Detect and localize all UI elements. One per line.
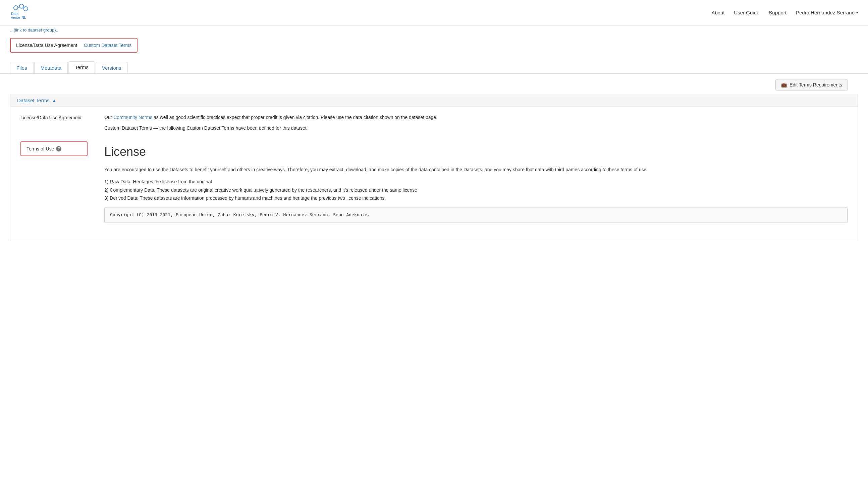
alert-label: License/Data Use Agreement xyxy=(16,42,77,48)
license-list: 1) Raw Data: Heritages the license from … xyxy=(104,178,848,203)
logo-icon: Data verse NL xyxy=(10,3,34,22)
section-title: Dataset Terms xyxy=(17,97,49,103)
svg-line-4 xyxy=(23,7,24,7)
section-body: License/Data Use Agreement Our Community… xyxy=(10,107,858,241)
svg-point-2 xyxy=(23,7,27,11)
copyright-box: Copyright (C) 2019-2021, European Union,… xyxy=(104,207,848,223)
user-name: Pedro Hernández Serrano xyxy=(796,10,854,15)
edit-terms-label: Edit Terms Requirements xyxy=(790,82,842,88)
nav-support[interactable]: Support xyxy=(769,10,787,15)
breadcrumb-link[interactable]: ...(link to dataset group)... xyxy=(10,27,59,33)
terms-of-use-label-col: Terms of Use ? xyxy=(20,140,94,223)
svg-text:verse: verse xyxy=(11,16,20,19)
custom-dataset-terms-link[interactable]: Custom Dataset Terms xyxy=(84,42,131,48)
briefcase-icon: 💼 xyxy=(781,82,787,88)
license-text2: as well as good scientific practices exp… xyxy=(152,115,437,120)
license-field-row: License/Data Use Agreement Our Community… xyxy=(20,114,848,132)
license-content: License You are encouraged to use the Da… xyxy=(104,140,848,223)
terms-of-use-box: Terms of Use ? xyxy=(20,141,88,156)
license-heading: License xyxy=(104,142,848,162)
terms-box-label: Terms of Use ? xyxy=(26,146,81,151)
section-header[interactable]: Dataset Terms ▲ xyxy=(10,94,858,107)
alert-box: License/Data Use Agreement Custom Datase… xyxy=(10,38,137,53)
license-text3: Custom Dataset Terms — the following Cus… xyxy=(104,124,848,132)
info-icon[interactable]: ? xyxy=(56,146,61,151)
main-content: 💼 Edit Terms Requirements Dataset Terms … xyxy=(0,74,868,261)
svg-text:NL: NL xyxy=(21,16,26,19)
nav-user-guide[interactable]: User Guide xyxy=(734,10,759,15)
license-item-2: 2) Complementary Data: These datasets ar… xyxy=(104,186,848,194)
top-link: ...(link to dataset group)... xyxy=(0,25,868,35)
edit-terms-button[interactable]: 💼 Edit Terms Requirements xyxy=(775,79,848,91)
svg-point-1 xyxy=(19,4,23,8)
terms-of-use-text: Terms of Use xyxy=(26,146,54,151)
chevron-up-icon: ▲ xyxy=(52,98,56,103)
logo-area: Data verse NL xyxy=(10,3,34,22)
license-item-1: 1) Raw Data: Heritages the license from … xyxy=(104,178,848,186)
license-text1: Our xyxy=(104,115,113,120)
svg-point-0 xyxy=(14,6,18,10)
community-norms-link[interactable]: Community Norms xyxy=(113,115,152,120)
dataset-terms-section: Dataset Terms ▲ License/Data Use Agreeme… xyxy=(10,94,858,241)
header-nav: About User Guide Support Pedro Hernández… xyxy=(712,10,858,15)
copyright-text: Copyright (C) 2019-2021, European Union,… xyxy=(110,212,370,217)
tab-files[interactable]: Files xyxy=(10,62,34,73)
user-menu[interactable]: Pedro Hernández Serrano ▾ xyxy=(796,10,858,15)
tab-versions[interactable]: Versions xyxy=(96,62,128,73)
svg-text:Data: Data xyxy=(11,12,18,16)
tab-metadata[interactable]: Metadata xyxy=(34,62,68,73)
chevron-down-icon: ▾ xyxy=(856,11,858,14)
license-item-3: 3) Derived Data: These datasets are info… xyxy=(104,194,848,203)
terms-of-use-row: Terms of Use ? License You are encourage… xyxy=(20,140,848,223)
tab-terms[interactable]: Terms xyxy=(69,61,95,73)
license-label: License/Data Use Agreement xyxy=(20,114,94,132)
edit-btn-area: 💼 Edit Terms Requirements xyxy=(10,74,858,94)
license-body: You are encouraged to use the Datasets t… xyxy=(104,166,848,174)
nav-about[interactable]: About xyxy=(712,10,724,15)
license-value: Our Community Norms as well as good scie… xyxy=(104,114,848,132)
header: Data verse NL About User Guide Support P… xyxy=(0,0,868,25)
tabs-bar: Files Metadata Terms Versions xyxy=(0,61,868,74)
